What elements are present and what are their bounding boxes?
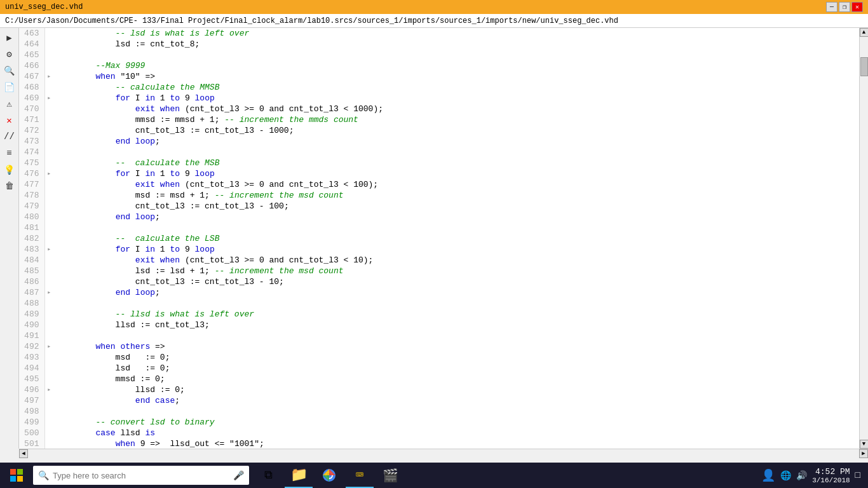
line-number: 485 — [19, 266, 44, 276]
code-line: end loop; — [53, 287, 859, 298]
fold-indicator — [44, 266, 53, 276]
fold-indicator — [44, 147, 53, 158]
line-number: 478 — [19, 190, 44, 201]
fold-indicator — [44, 158, 53, 168]
table-row: 500 case llsd is — [19, 428, 859, 438]
fold-indicator — [44, 330, 53, 341]
table-row: 493 msd := 0; — [19, 352, 859, 363]
file-explorer-button[interactable]: 📁 — [285, 463, 313, 488]
fold-indicator — [44, 298, 53, 309]
sidebar-close-icon[interactable]: ✕ — [3, 113, 17, 127]
table-row: 499 -- convert lsd to binary — [19, 417, 859, 428]
table-row: 490 llsd := cnt_tot_l3; — [19, 320, 859, 330]
fold-indicator — [44, 179, 53, 190]
code-line: --Max 9999 — [53, 60, 859, 71]
line-number: 493 — [19, 352, 44, 363]
line-number: 480 — [19, 212, 44, 222]
code-line: exit when (cnt_tot_l3 >= 0 and cnt_tot_l… — [53, 255, 859, 266]
line-number: 486 — [19, 276, 44, 287]
network-icon[interactable]: 🌐 — [780, 470, 791, 481]
fold-indicator — [44, 255, 53, 266]
system-clock[interactable]: 4:52 PM 3/16/2018 — [812, 467, 850, 484]
scroll-track[interactable] — [860, 37, 869, 440]
code-line — [53, 222, 859, 233]
code-table: 463 -- lsd is what is left over464 lsd :… — [19, 28, 859, 449]
table-row: 469▸ for I in 1 to 9 loop — [19, 93, 859, 104]
line-number: 475 — [19, 158, 44, 168]
code-line: -- calculate the MSB — [53, 158, 859, 168]
fold-indicator[interactable]: ▸ — [44, 287, 53, 298]
code-editor[interactable]: 463 -- lsd is what is left over464 lsd :… — [19, 28, 859, 449]
code-scroll-area[interactable]: 463 -- lsd is what is left over464 lsd :… — [19, 28, 859, 449]
fold-indicator — [44, 114, 53, 125]
sidebar-search-icon[interactable]: 🔍 — [3, 64, 17, 78]
code-line: lsd := lsd + 1; -- increment the msd cou… — [53, 266, 859, 276]
fold-indicator — [44, 428, 53, 438]
fold-indicator — [44, 212, 53, 222]
hscroll-left-arrow[interactable]: ◀ — [19, 449, 28, 458]
media-button[interactable]: 🎬 — [376, 463, 404, 488]
line-number: 496 — [19, 384, 44, 395]
sidebar-trash-icon[interactable]: 🗑 — [3, 179, 17, 193]
sidebar-run-icon[interactable]: ▶ — [3, 30, 17, 44]
table-row: 482 -- calculate the LSB — [19, 233, 859, 244]
microphone-icon[interactable]: 🎤 — [233, 470, 244, 481]
line-number: 464 — [19, 39, 44, 50]
fold-indicator[interactable]: ▸ — [44, 341, 53, 352]
table-row: 497 end case; — [19, 395, 859, 406]
scroll-up-arrow[interactable]: ▲ — [860, 28, 869, 37]
table-row: 467▸ when "10" => — [19, 71, 859, 82]
windows-logo-icon — [10, 469, 23, 482]
file-path: C:/Users/Jason/Documents/CPE- 133/Final … — [5, 17, 618, 25]
hscroll-track[interactable] — [28, 449, 859, 458]
table-row: 475 -- calculate the MSB — [19, 158, 859, 168]
table-row: 488 — [19, 298, 859, 309]
start-sq-2 — [17, 469, 23, 475]
minimize-button[interactable]: ─ — [826, 2, 837, 12]
table-row: 487▸ end loop; — [19, 287, 859, 298]
line-number: 494 — [19, 363, 44, 374]
fold-indicator[interactable]: ▸ — [44, 93, 53, 104]
volume-icon[interactable]: 🔊 — [796, 470, 807, 481]
table-row: 464 lsd := cnt_tot_8; — [19, 39, 859, 50]
scroll-thumb[interactable] — [860, 57, 868, 76]
line-number: 484 — [19, 255, 44, 266]
fold-indicator — [44, 417, 53, 428]
sidebar-list-icon[interactable]: ≡ — [3, 146, 17, 160]
vertical-scrollbar[interactable]: ▲ ▼ — [859, 28, 868, 449]
restore-button[interactable]: ❐ — [839, 2, 850, 12]
start-button[interactable] — [3, 463, 31, 488]
people-icon[interactable]: 👤 — [761, 468, 775, 482]
fold-indicator — [44, 201, 53, 212]
table-row: 480 end loop; — [19, 212, 859, 222]
taskview-button[interactable]: ⧉ — [254, 463, 282, 488]
fold-indicator — [44, 125, 53, 136]
fold-indicator[interactable]: ▸ — [44, 168, 53, 179]
media-icon: 🎬 — [383, 468, 398, 483]
search-input[interactable] — [53, 471, 231, 480]
code-line: lsd := cnt_tot_8; — [53, 39, 859, 50]
table-row: 491 — [19, 330, 859, 341]
search-bar[interactable]: 🔍 🎤 — [33, 466, 249, 485]
fold-indicator — [44, 363, 53, 374]
hscroll-right-arrow[interactable]: ▶ — [859, 449, 868, 458]
fold-indicator[interactable]: ▸ — [44, 71, 53, 82]
chrome-button[interactable] — [315, 463, 343, 488]
fold-indicator[interactable]: ▸ — [44, 384, 53, 395]
sidebar-lightbulb-icon[interactable]: 💡 — [3, 163, 17, 177]
taskbar-right: 👤 🌐 🔊 4:52 PM 3/16/2018 □ — [761, 467, 865, 484]
chrome-icon — [322, 468, 337, 483]
scroll-down-arrow[interactable]: ▼ — [860, 440, 869, 449]
horizontal-scrollbar[interactable]: ◀ ▶ — [19, 449, 868, 458]
sidebar-gear-icon[interactable]: ⚙ — [3, 47, 17, 61]
fold-indicator[interactable]: ▸ — [44, 244, 53, 255]
terminal-button[interactable]: ⌨ — [346, 463, 374, 488]
close-button[interactable]: ✕ — [851, 2, 863, 12]
fold-indicator — [44, 352, 53, 363]
sidebar-comment-icon[interactable]: // — [3, 130, 17, 144]
sidebar-warning-icon[interactable]: ⚠ — [3, 97, 17, 111]
sidebar-file-icon[interactable]: 📄 — [3, 80, 17, 94]
fold-indicator — [44, 60, 53, 71]
action-center-icon[interactable]: □ — [855, 470, 860, 480]
table-row: 496▸ llsd := 0; — [19, 384, 859, 395]
